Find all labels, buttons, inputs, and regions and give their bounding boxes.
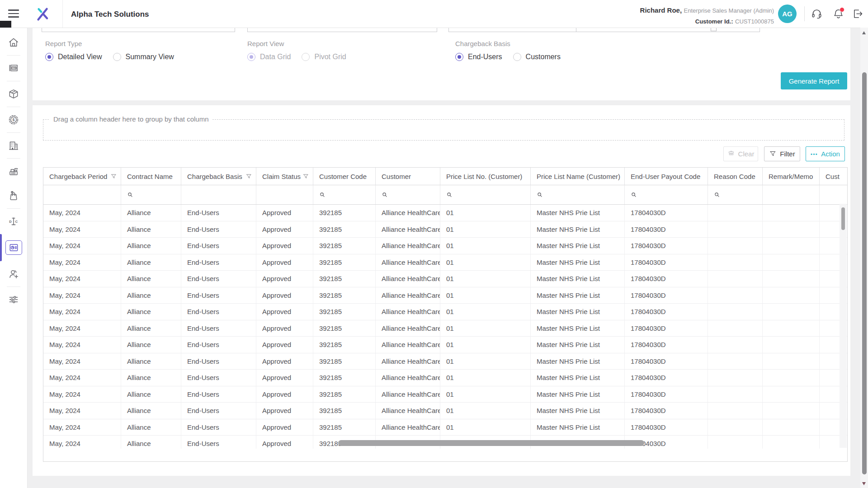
partial-input-1[interactable] [42, 28, 235, 32]
table-row[interactable]: May, 2024AllianceEnd-UsersApproved392185… [43, 370, 847, 386]
customer-id-value: CUST1000875 [735, 18, 774, 25]
logout-button[interactable] [852, 8, 864, 20]
partial-overlay [0, 21, 11, 28]
filter-input-customer-code[interactable] [313, 185, 376, 204]
sidebar-item-billing[interactable]: $ [0, 108, 27, 132]
filter-input-contract-name[interactable] [121, 185, 181, 204]
scroll-up-arrow-icon[interactable] [862, 31, 866, 34]
cell [708, 370, 763, 386]
chargeback-basis-label: Chargeback Basis [455, 40, 561, 47]
column-header-claim-status[interactable]: Claim Status [256, 168, 313, 185]
column-header-chargeback-basis[interactable]: Chargeback Basis [181, 168, 256, 185]
table-row[interactable]: May, 2024AllianceEnd-UsersApproved392185… [43, 353, 847, 370]
table-row[interactable]: May, 2024AllianceEnd-UsersApproved392185… [43, 337, 847, 353]
grid-vertical-scrollbar[interactable] [840, 204, 847, 448]
page-scrollbar[interactable] [860, 28, 868, 488]
radio-summary-view[interactable]: Summary View [113, 53, 174, 61]
column-header-customer-code[interactable]: Customer Code [313, 168, 376, 185]
shopping-bag-icon [8, 190, 19, 202]
column-header-contract-name[interactable]: Contract Name [121, 168, 181, 185]
sidebar-item-products[interactable] [0, 82, 27, 106]
header-filter-icon[interactable] [302, 173, 309, 180]
filter-input-price-list-no-customer[interactable] [440, 185, 531, 204]
sidebar-item-sales-register[interactable] [0, 159, 27, 183]
column-header-chargeback-period[interactable]: Chargeback Period [43, 168, 121, 185]
sidebar-item-preferences[interactable] [0, 287, 27, 312]
table-row[interactable]: May, 2024AllianceEnd-UsersApproved392185… [43, 386, 847, 403]
sidebar-item-add-user[interactable] [0, 262, 27, 286]
sidebar-item-purchases[interactable] [0, 183, 27, 208]
cell [763, 337, 820, 353]
table-row[interactable]: May, 2024AllianceEnd-UsersApproved392185… [43, 403, 847, 419]
header-filter-icon[interactable] [245, 173, 252, 180]
filter-input-remark-memo[interactable] [763, 185, 820, 204]
cell: Approved [256, 254, 313, 271]
brand-logo-icon[interactable] [34, 5, 52, 22]
filter-input-price-list-name-customer[interactable] [531, 185, 625, 204]
calendar-icon[interactable] [711, 28, 717, 31]
table-row[interactable]: May, 2024AllianceEnd-UsersApproved392185… [43, 271, 847, 287]
sidebar-item-reports[interactable] [0, 234, 27, 262]
cell: May, 2024 [43, 403, 121, 419]
radio-detailed-view[interactable]: Detailed View [45, 53, 102, 61]
filter-input-cust[interactable] [820, 185, 848, 204]
table-row[interactable]: May, 2024AllianceEnd-UsersApproved392185… [43, 419, 847, 436]
cell: Alliance [121, 304, 181, 320]
report-form-card: Report Type Detailed View Summary View R… [33, 28, 850, 100]
radio-customers[interactable]: Customers [513, 53, 561, 61]
column-header-end-user-payout-code[interactable]: End-User Payout Code [625, 168, 708, 185]
horizontal-scrollbar-thumb[interactable] [338, 440, 644, 446]
filter-input-customer[interactable] [376, 185, 440, 204]
notifications-button[interactable] [832, 8, 844, 20]
table-row[interactable]: May, 2024AllianceEnd-UsersApproved392185… [43, 221, 847, 238]
column-header-price-list-name-customer[interactable]: Price List Name (Customer) [531, 168, 625, 185]
column-header-cust[interactable]: Cust [820, 168, 848, 185]
radio-end-users[interactable]: End-Users [455, 53, 502, 61]
cell [763, 238, 820, 254]
active-indicator [0, 234, 2, 261]
filter-input-reason-code[interactable] [708, 185, 763, 204]
filter-input-chargeback-basis[interactable] [181, 185, 256, 204]
partial-input-2[interactable] [247, 28, 437, 32]
cell: Alliance HealthCare [376, 205, 440, 221]
avatar[interactable]: AG [778, 5, 797, 23]
cell: 01 [440, 271, 531, 287]
table-row[interactable]: May, 2024AllianceEnd-UsersApproved392185… [43, 304, 847, 320]
cell: Alliance HealthCare [376, 353, 440, 370]
group-by-drop-zone[interactable]: Drag a column header here to group by th… [43, 119, 844, 141]
column-header-reason-code[interactable]: Reason Code [708, 168, 763, 185]
table-row[interactable]: May, 2024AllianceEnd-UsersApproved392185… [43, 320, 847, 337]
cell: May, 2024 [43, 287, 121, 304]
scroll-down-arrow-icon[interactable] [862, 482, 866, 485]
action-button[interactable]: ••• Action [806, 146, 845, 161]
table-row[interactable]: May, 2024AllianceEnd-UsersApproved392185… [43, 205, 847, 221]
cell: 01 [440, 304, 531, 320]
hamburger-menu-icon[interactable] [8, 9, 19, 20]
cell: Alliance [121, 370, 181, 386]
sidebar-item-company[interactable] [0, 133, 27, 158]
header-divider [62, 0, 63, 28]
support-button[interactable] [811, 8, 823, 20]
column-header-remark-memo[interactable]: Remark/Memo [763, 168, 820, 185]
sidebar-item-crm[interactable]: CRM [0, 56, 27, 80]
grid-vertical-scrollbar-thumb[interactable] [841, 207, 845, 230]
page-scrollbar-thumb[interactable] [862, 72, 867, 474]
clear-button[interactable]: Clear [723, 146, 758, 161]
filter-input-chargeback-period[interactable] [43, 185, 121, 204]
table-row[interactable]: May, 2024AllianceEnd-UsersApproved392185… [43, 287, 847, 304]
column-header-price-list-no-customer[interactable]: Price List No. (Customer) [440, 168, 531, 185]
cell [708, 238, 763, 254]
user-info[interactable]: Richard Roe, Enterprise Sales Manager (A… [640, 5, 774, 27]
generate-report-button[interactable]: Generate Report [781, 72, 847, 89]
table-row[interactable]: May, 2024AllianceEnd-UsersApproved392185… [43, 254, 847, 271]
filter-input-end-user-payout-code[interactable] [625, 185, 708, 204]
sidebar-item-debit-credit[interactable]: DC [0, 209, 27, 234]
sidebar-item-home[interactable] [0, 30, 27, 55]
table-row[interactable]: May, 2024AllianceEnd-UsersApproved392185… [43, 238, 847, 254]
cell: 392185 [313, 419, 376, 436]
header-filter-icon[interactable] [110, 173, 117, 180]
cell: Master NHS Prie List [531, 205, 625, 221]
column-header-customer[interactable]: Customer [376, 168, 440, 185]
filter-input-claim-status[interactable] [256, 185, 313, 204]
filter-button[interactable]: Filter [764, 146, 800, 161]
